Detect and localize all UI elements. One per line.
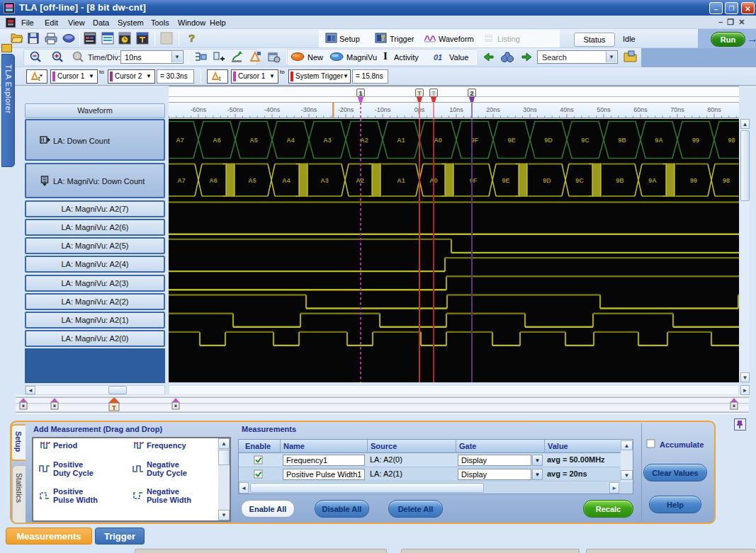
svg-text:-30ns: -30ns: [301, 106, 317, 113]
svg-text:9B: 9B: [616, 177, 624, 184]
svg-text:t: t: [38, 75, 40, 82]
svg-text:9A: 9A: [648, 177, 657, 184]
svg-text:1010: 1010: [485, 38, 492, 42]
svg-text:A1: A1: [397, 137, 405, 144]
svg-text:9A: 9A: [655, 137, 663, 144]
svg-text:t: t: [219, 75, 221, 82]
svg-text:A1: A1: [397, 177, 405, 184]
svg-text:9C: 9C: [575, 177, 584, 184]
svg-text:9D: 9D: [543, 177, 551, 184]
svg-text:9B: 9B: [618, 137, 626, 144]
svg-text:-10ns: -10ns: [375, 106, 391, 113]
svg-text:?: ?: [188, 32, 195, 44]
svg-text:A4: A4: [282, 177, 290, 184]
svg-text:A0: A0: [434, 137, 442, 144]
svg-text:98: 98: [723, 177, 730, 184]
svg-text:-20ns: -20ns: [338, 106, 354, 113]
svg-text:T: T: [112, 404, 116, 411]
svg-text:T: T: [431, 90, 436, 97]
svg-text:-50ns: -50ns: [227, 106, 244, 113]
svg-text:30ns: 30ns: [523, 106, 537, 113]
svg-text:9E: 9E: [507, 137, 515, 144]
svg-text:9E: 9E: [502, 177, 509, 184]
svg-text:A6: A6: [213, 137, 221, 144]
svg-text:A4: A4: [286, 137, 295, 144]
svg-text:10ns: 10ns: [449, 106, 463, 113]
svg-text:A3: A3: [320, 177, 329, 184]
svg-text:9D: 9D: [544, 137, 553, 144]
svg-text:A5: A5: [249, 137, 258, 144]
svg-text:50ns: 50ns: [597, 106, 611, 113]
svg-text:2: 2: [470, 90, 473, 97]
svg-text:A6: A6: [209, 177, 218, 184]
svg-text:9C: 9C: [581, 137, 589, 144]
svg-text:60ns: 60ns: [633, 106, 648, 113]
svg-text:-60ns: -60ns: [191, 106, 207, 113]
svg-text:T: T: [417, 90, 422, 97]
svg-text:70ns: 70ns: [670, 106, 684, 113]
svg-text:99: 99: [690, 177, 697, 184]
svg-text:40ns: 40ns: [560, 106, 574, 113]
svg-text:1: 1: [359, 90, 362, 97]
svg-text:98: 98: [728, 137, 735, 144]
svg-text:A5: A5: [248, 177, 256, 184]
svg-text:A7: A7: [176, 137, 184, 144]
svg-text:80ns: 80ns: [707, 106, 721, 113]
svg-text:-40ns: -40ns: [264, 106, 281, 113]
svg-text:99: 99: [692, 137, 699, 144]
svg-text:A7: A7: [177, 177, 186, 184]
svg-text:20ns: 20ns: [486, 106, 500, 113]
svg-text:9F: 9F: [470, 177, 478, 184]
svg-text:A3: A3: [323, 137, 332, 144]
